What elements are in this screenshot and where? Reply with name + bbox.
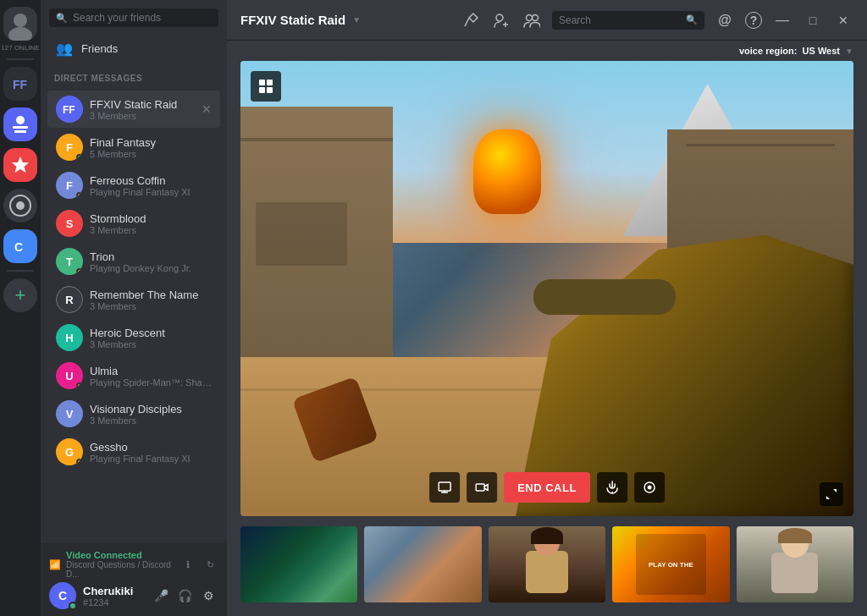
- dm-item-remembername[interactable]: R Remember The Name 3 Members: [47, 281, 220, 318]
- screen-share-button[interactable]: [429, 472, 460, 503]
- dm-close-ffxiv[interactable]: ✕: [202, 102, 212, 116]
- dm-item-ulmia[interactable]: U Ulmia Playing Spider-Man™: Shattered D…: [47, 357, 220, 394]
- user-avatar-icon[interactable]: [3, 7, 37, 41]
- thumb-bg-1: [240, 526, 357, 602]
- channel-dropdown-arrow[interactable]: ▼: [352, 15, 361, 25]
- dm-item-gessho[interactable]: G Gessho Playing Final Fantasy XI: [47, 433, 220, 470]
- dm-info-trion: Trion Playing Donkey Kong Jr.: [90, 250, 212, 273]
- friends-button[interactable]: 👥 Friends: [47, 34, 220, 63]
- svg-text:FF: FF: [13, 78, 28, 91]
- dm-info-ffxiv: FFXIV Static Raid 3 Members: [90, 98, 195, 121]
- add-friend-button[interactable]: [491, 10, 511, 30]
- search-icon-top: 🔍: [686, 14, 698, 25]
- fullscreen-button[interactable]: [820, 482, 843, 506]
- dm-info-ff: Final Fantasy 5 Members: [90, 136, 212, 159]
- vc-refresh-button[interactable]: ↻: [202, 556, 218, 573]
- direct-messages-label: DIRECT MESSAGES: [41, 63, 227, 86]
- svg-point-8: [16, 201, 25, 210]
- user-controls: 🎤 🎧 ⚙: [151, 586, 218, 606]
- dm-avatar-gessho: G: [56, 438, 83, 465]
- current-user-avatar: C: [49, 582, 76, 609]
- end-call-button[interactable]: END CALL: [504, 472, 590, 503]
- dm-name-remembername: Remember The Name: [90, 289, 212, 301]
- dm-name-visionary: Visionary Disciples: [90, 403, 212, 415]
- dm-avatar-trion: T: [56, 248, 83, 275]
- dm-info-remembername: Remember The Name 3 Members: [90, 289, 212, 311]
- search-input-wrap[interactable]: 🔍: [49, 8, 218, 27]
- mic-button[interactable]: 🎤: [151, 586, 171, 606]
- current-user-name: Cherukiki: [83, 585, 144, 597]
- video-button[interactable]: [467, 472, 497, 503]
- thumb-bg-4: PLAY ON THE: [612, 526, 729, 602]
- dm-item-visionary[interactable]: V Visionary Disciples 3 Members: [47, 395, 220, 432]
- current-user-tag: #1234: [83, 597, 144, 608]
- channel-title: FFXIV Static Raid ▼: [240, 13, 361, 27]
- dm-item-trion[interactable]: T Trion Playing Donkey Kong Jr.: [47, 243, 220, 280]
- minimize-button[interactable]: —: [772, 10, 792, 30]
- thumbnail-4[interactable]: PLAY ON THE: [612, 526, 729, 602]
- dm-info-stormblood: Stormblood 3 Members: [90, 212, 212, 235]
- server-icon-3[interactable]: [3, 148, 37, 182]
- dm-sub-heroicdescent: 3 Members: [90, 339, 212, 349]
- svg-rect-6: [14, 130, 26, 133]
- svg-point-28: [647, 486, 651, 490]
- dm-list: FF FFXIV Static Raid 3 Members ✕ F Final…: [41, 86, 227, 543]
- server-icon-1[interactable]: FF: [3, 67, 37, 101]
- dm-sub-ffxiv: 3 Members: [90, 111, 195, 121]
- dm-sub-remembername: 3 Members: [90, 301, 212, 311]
- server-icon-5[interactable]: C: [3, 229, 37, 263]
- end-call-label: END CALL: [517, 481, 577, 494]
- dm-item-heroicdescent[interactable]: H Heroic Descent 3 Members: [47, 319, 220, 356]
- dm-item-ferreous[interactable]: F Ferreous Coffin Playing Final Fantasy …: [47, 167, 220, 204]
- pin-button[interactable]: [461, 10, 481, 30]
- dm-sidebar: 🔍 👥 Friends DIRECT MESSAGES FF FFXIV Sta…: [41, 0, 227, 616]
- voice-region-arrow[interactable]: ▼: [845, 47, 853, 56]
- server-icon-4[interactable]: [3, 189, 37, 223]
- dm-avatar-ffxiv: FF: [56, 96, 83, 123]
- svg-rect-21: [267, 87, 273, 93]
- close-button[interactable]: ✕: [833, 10, 853, 30]
- video-grid-button[interactable]: [251, 71, 281, 102]
- add-server-button[interactable]: +: [3, 278, 37, 312]
- server-icon-2[interactable]: [3, 107, 37, 141]
- members-button[interactable]: [522, 10, 542, 30]
- dm-name-heroicdescent: Heroic Descent: [90, 327, 212, 339]
- dm-item-stormblood[interactable]: S Stormblood 3 Members: [47, 205, 220, 242]
- svg-line-12: [465, 18, 469, 26]
- mute-button[interactable]: [597, 472, 627, 503]
- thumbnail-3[interactable]: [489, 526, 605, 602]
- game-video-background: [240, 61, 853, 516]
- dm-avatar-remembername: R: [56, 286, 83, 313]
- dm-item-ffxiv[interactable]: FF FFXIV Static Raid 3 Members ✕: [47, 91, 220, 128]
- thumbnail-2[interactable]: [364, 526, 481, 602]
- help-button[interactable]: ?: [745, 12, 762, 29]
- top-bar: FFXIV Static Raid ▼ 🔍 @ ? — □ ✕: [227, 0, 867, 41]
- dm-info-ferreous: Ferreous Coffin Playing Final Fantasy XI: [90, 174, 212, 197]
- search-icon: 🔍: [56, 13, 68, 24]
- svg-point-16: [527, 14, 533, 20]
- maximize-button[interactable]: □: [803, 10, 823, 30]
- search-bar-top[interactable]: 🔍: [552, 11, 704, 30]
- dm-name-ferreous: Ferreous Coffin: [90, 174, 212, 187]
- status-dot-ulmia: [76, 382, 83, 389]
- audio-settings-button[interactable]: [634, 472, 665, 503]
- search-top-input[interactable]: [559, 14, 681, 26]
- status-dot-ff: [76, 154, 83, 161]
- svg-rect-18: [259, 80, 265, 85]
- dm-name-ff: Final Fantasy: [90, 136, 212, 149]
- dm-name-gessho: Gessho: [90, 441, 212, 454]
- search-input[interactable]: [73, 12, 212, 24]
- game-scene: [240, 61, 853, 516]
- dm-sub-stormblood: 3 Members: [90, 225, 212, 235]
- at-button[interactable]: @: [715, 10, 735, 30]
- thumbnail-1[interactable]: [240, 526, 357, 602]
- main-area: FFXIV Static Raid ▼ 🔍 @ ? — □ ✕: [227, 0, 867, 616]
- headphones-button[interactable]: 🎧: [174, 586, 195, 606]
- vc-info-button[interactable]: ℹ: [179, 556, 196, 573]
- thumbnail-5[interactable]: [737, 526, 853, 602]
- dm-sub-trion: Playing Donkey Kong Jr.: [90, 263, 212, 273]
- dm-item-finalfantasy[interactable]: F Final Fantasy 5 Members: [47, 129, 220, 166]
- user-settings-button[interactable]: ⚙: [198, 586, 218, 606]
- voice-region-value[interactable]: US West: [803, 46, 840, 56]
- server-sidebar: 127 ONLINE FF C +: [0, 0, 41, 616]
